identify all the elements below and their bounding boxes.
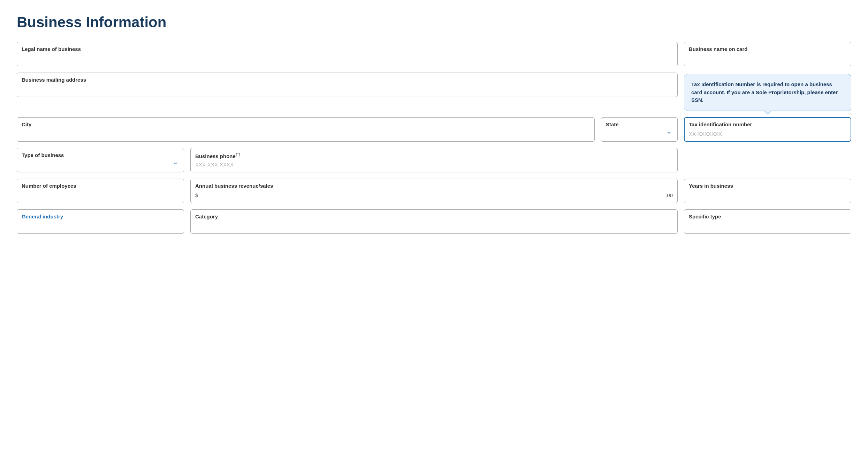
- tax-id-field: Tax identification number XX-XXXXXXX: [684, 117, 851, 142]
- mailing-address-field: Business mailing address: [17, 73, 678, 97]
- years-in-business-input[interactable]: [684, 179, 851, 203]
- city-input[interactable]: [17, 117, 595, 142]
- years-in-business-field: Years in business: [684, 179, 851, 203]
- tax-id-tooltip: Tax Identification Number is required to…: [684, 74, 851, 111]
- category-field: Category: [190, 209, 678, 234]
- type-of-business-select[interactable]: [17, 148, 184, 172]
- legal-name-input[interactable]: [17, 42, 678, 66]
- row-5: Number of employees Annual business reve…: [17, 179, 851, 203]
- city-field: City: [17, 117, 595, 142]
- state-field: State ⌄: [601, 117, 678, 142]
- business-info-form: Legal name of business Business name on …: [17, 42, 851, 234]
- annual-revenue-input[interactable]: [190, 179, 678, 203]
- business-name-on-card-input[interactable]: [684, 42, 851, 66]
- business-phone-field: Business phone†† XXX-XXX-XXXX: [190, 148, 678, 172]
- row-2: Business mailing address Tax Identificat…: [17, 73, 851, 111]
- page-title: Business Information: [17, 14, 851, 31]
- general-industry-field: General industry: [17, 209, 184, 234]
- row-6: General industry Category Specific type: [17, 209, 851, 234]
- business-phone-input[interactable]: [190, 148, 678, 172]
- specific-type-input[interactable]: [684, 209, 851, 234]
- business-name-on-card-field: Business name on card: [684, 42, 851, 66]
- legal-name-field: Legal name of business: [17, 42, 678, 66]
- row-3: City State ⌄ Tax identification number X…: [17, 117, 851, 142]
- row-4: Type of business ⌄ Business phone†† XXX-…: [17, 148, 851, 172]
- mailing-address-input[interactable]: [17, 73, 678, 97]
- type-of-business-field: Type of business ⌄: [17, 148, 184, 172]
- tax-id-input[interactable]: [684, 117, 851, 142]
- tooltip-text: Tax Identification Number is required to…: [691, 81, 838, 103]
- specific-type-field: Specific type: [684, 209, 851, 234]
- category-input[interactable]: [190, 209, 678, 234]
- annual-revenue-field: Annual business revenue/sales $ .00: [190, 179, 678, 203]
- number-of-employees-field: Number of employees: [17, 179, 184, 203]
- row-1: Legal name of business Business name on …: [17, 42, 851, 66]
- state-select[interactable]: [601, 117, 678, 142]
- general-industry-input[interactable]: [17, 209, 184, 234]
- number-of-employees-input[interactable]: [17, 179, 184, 203]
- tooltip-container: Tax Identification Number is required to…: [684, 73, 851, 111]
